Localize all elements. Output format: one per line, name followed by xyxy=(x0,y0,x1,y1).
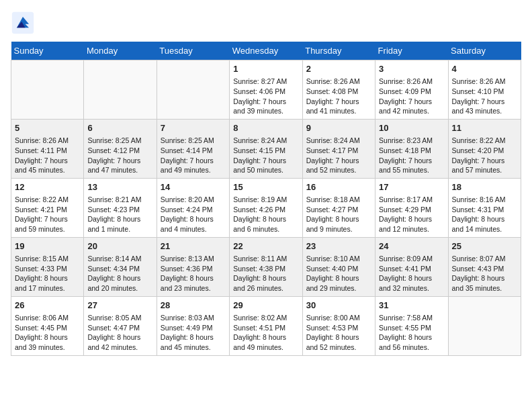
day-number: 15 xyxy=(233,181,298,193)
day-number: 17 xyxy=(379,181,444,193)
calendar-cell: 17Sunrise: 8:17 AM Sunset: 4:29 PM Dayli… xyxy=(375,178,448,237)
calendar-cell: 7Sunrise: 8:25 AM Sunset: 4:14 PM Daylig… xyxy=(157,119,229,178)
calendar-week-row: 26Sunrise: 8:06 AM Sunset: 4:45 PM Dayli… xyxy=(11,296,521,355)
page-header xyxy=(11,11,521,35)
day-info: Sunrise: 8:03 AM Sunset: 4:49 PM Dayligh… xyxy=(161,313,226,353)
day-info: Sunrise: 8:23 AM Sunset: 4:18 PM Dayligh… xyxy=(379,136,444,175)
day-number: 6 xyxy=(87,122,152,134)
day-header-tuesday: Tuesday xyxy=(157,42,229,60)
calendar-cell: 14Sunrise: 8:20 AM Sunset: 4:24 PM Dayli… xyxy=(157,178,229,237)
day-info: Sunrise: 8:26 AM Sunset: 4:08 PM Dayligh… xyxy=(306,77,371,116)
day-info: Sunrise: 8:15 AM Sunset: 4:33 PM Dayligh… xyxy=(15,254,80,293)
calendar-cell: 21Sunrise: 8:13 AM Sunset: 4:36 PM Dayli… xyxy=(157,237,229,296)
day-info: Sunrise: 8:22 AM Sunset: 4:21 PM Dayligh… xyxy=(15,195,80,234)
day-info: Sunrise: 8:05 AM Sunset: 4:47 PM Dayligh… xyxy=(87,313,152,353)
day-number: 18 xyxy=(452,181,517,193)
calendar-cell: 19Sunrise: 8:15 AM Sunset: 4:33 PM Dayli… xyxy=(11,237,84,296)
calendar-cell: 9Sunrise: 8:24 AM Sunset: 4:17 PM Daylig… xyxy=(302,119,375,178)
calendar-cell: 12Sunrise: 8:22 AM Sunset: 4:21 PM Dayli… xyxy=(11,178,84,237)
day-number: 24 xyxy=(379,240,444,253)
day-number: 7 xyxy=(161,122,226,134)
day-number: 10 xyxy=(379,122,444,134)
day-info: Sunrise: 8:00 AM Sunset: 4:53 PM Dayligh… xyxy=(306,313,371,353)
day-info: Sunrise: 8:22 AM Sunset: 4:20 PM Dayligh… xyxy=(452,136,517,175)
day-number: 26 xyxy=(15,300,80,312)
calendar-cell: 3Sunrise: 8:26 AM Sunset: 4:09 PM Daylig… xyxy=(375,60,448,120)
day-info: Sunrise: 8:10 AM Sunset: 4:40 PM Dayligh… xyxy=(306,254,371,293)
day-number: 1 xyxy=(233,63,298,75)
day-header-friday: Friday xyxy=(375,42,448,60)
logo xyxy=(11,11,38,35)
calendar-cell: 30Sunrise: 8:00 AM Sunset: 4:53 PM Dayli… xyxy=(302,296,375,355)
calendar-cell: 27Sunrise: 8:05 AM Sunset: 4:47 PM Dayli… xyxy=(84,296,157,355)
calendar-week-row: 5Sunrise: 8:26 AM Sunset: 4:11 PM Daylig… xyxy=(11,119,521,178)
day-info: Sunrise: 8:06 AM Sunset: 4:45 PM Dayligh… xyxy=(15,313,80,353)
day-number: 3 xyxy=(379,63,444,75)
day-number: 31 xyxy=(379,300,444,312)
calendar-cell: 20Sunrise: 8:14 AM Sunset: 4:34 PM Dayli… xyxy=(84,237,157,296)
day-info: Sunrise: 8:17 AM Sunset: 4:29 PM Dayligh… xyxy=(379,195,444,234)
day-number: 13 xyxy=(87,181,152,193)
day-info: Sunrise: 8:18 AM Sunset: 4:27 PM Dayligh… xyxy=(306,195,371,234)
day-number: 29 xyxy=(233,300,298,312)
calendar-cell: 2Sunrise: 8:26 AM Sunset: 4:08 PM Daylig… xyxy=(302,60,375,120)
day-number: 22 xyxy=(233,240,298,253)
calendar-cell xyxy=(157,60,229,120)
day-number: 21 xyxy=(161,240,226,253)
day-info: Sunrise: 8:16 AM Sunset: 4:31 PM Dayligh… xyxy=(452,195,517,234)
day-info: Sunrise: 8:19 AM Sunset: 4:26 PM Dayligh… xyxy=(233,195,298,234)
day-info: Sunrise: 8:21 AM Sunset: 4:23 PM Dayligh… xyxy=(87,195,152,234)
day-info: Sunrise: 8:26 AM Sunset: 4:10 PM Dayligh… xyxy=(452,77,517,116)
calendar-cell: 15Sunrise: 8:19 AM Sunset: 4:26 PM Dayli… xyxy=(230,178,302,237)
day-number: 28 xyxy=(161,300,226,312)
day-header-thursday: Thursday xyxy=(302,42,375,60)
calendar-cell: 16Sunrise: 8:18 AM Sunset: 4:27 PM Dayli… xyxy=(302,178,375,237)
calendar-cell: 25Sunrise: 8:07 AM Sunset: 4:43 PM Dayli… xyxy=(448,237,521,296)
logo-icon xyxy=(11,11,35,35)
day-number: 27 xyxy=(87,300,152,312)
calendar-cell: 26Sunrise: 8:06 AM Sunset: 4:45 PM Dayli… xyxy=(11,296,84,355)
day-info: Sunrise: 8:20 AM Sunset: 4:24 PM Dayligh… xyxy=(161,195,226,234)
day-number: 14 xyxy=(161,181,226,193)
calendar-header-row: SundayMondayTuesdayWednesdayThursdayFrid… xyxy=(11,42,521,60)
day-number: 19 xyxy=(15,240,80,253)
calendar-cell: 1Sunrise: 8:27 AM Sunset: 4:06 PM Daylig… xyxy=(230,60,302,120)
calendar-cell: 28Sunrise: 8:03 AM Sunset: 4:49 PM Dayli… xyxy=(157,296,229,355)
day-number: 12 xyxy=(15,181,80,193)
day-info: Sunrise: 8:13 AM Sunset: 4:36 PM Dayligh… xyxy=(161,254,226,293)
calendar-cell: 6Sunrise: 8:25 AM Sunset: 4:12 PM Daylig… xyxy=(84,119,157,178)
calendar-cell xyxy=(11,60,84,120)
calendar-cell xyxy=(448,296,521,355)
day-number: 30 xyxy=(306,300,371,312)
day-number: 11 xyxy=(452,122,517,134)
day-number: 4 xyxy=(452,63,517,75)
day-info: Sunrise: 7:58 AM Sunset: 4:55 PM Dayligh… xyxy=(379,313,444,353)
day-info: Sunrise: 8:24 AM Sunset: 4:17 PM Dayligh… xyxy=(306,136,371,175)
calendar-cell: 8Sunrise: 8:24 AM Sunset: 4:15 PM Daylig… xyxy=(230,119,302,178)
day-info: Sunrise: 8:26 AM Sunset: 4:09 PM Dayligh… xyxy=(379,77,444,116)
day-number: 5 xyxy=(15,122,80,134)
day-info: Sunrise: 8:25 AM Sunset: 4:14 PM Dayligh… xyxy=(161,136,226,175)
day-info: Sunrise: 8:09 AM Sunset: 4:41 PM Dayligh… xyxy=(379,254,444,293)
day-info: Sunrise: 8:02 AM Sunset: 4:51 PM Dayligh… xyxy=(233,313,298,353)
calendar-cell: 13Sunrise: 8:21 AM Sunset: 4:23 PM Dayli… xyxy=(84,178,157,237)
day-number: 2 xyxy=(306,63,371,75)
day-info: Sunrise: 8:25 AM Sunset: 4:12 PM Dayligh… xyxy=(87,136,152,175)
calendar-week-row: 12Sunrise: 8:22 AM Sunset: 4:21 PM Dayli… xyxy=(11,178,521,237)
day-header-sunday: Sunday xyxy=(11,42,84,60)
calendar-cell: 18Sunrise: 8:16 AM Sunset: 4:31 PM Dayli… xyxy=(448,178,521,237)
day-header-saturday: Saturday xyxy=(448,42,521,60)
calendar-cell: 31Sunrise: 7:58 AM Sunset: 4:55 PM Dayli… xyxy=(375,296,448,355)
day-number: 16 xyxy=(306,181,371,193)
calendar-cell xyxy=(84,60,157,120)
calendar-cell: 24Sunrise: 8:09 AM Sunset: 4:41 PM Dayli… xyxy=(375,237,448,296)
day-number: 25 xyxy=(452,240,517,253)
day-info: Sunrise: 8:27 AM Sunset: 4:06 PM Dayligh… xyxy=(233,77,298,116)
calendar-week-row: 19Sunrise: 8:15 AM Sunset: 4:33 PM Dayli… xyxy=(11,237,521,296)
calendar-table: SundayMondayTuesdayWednesdayThursdayFrid… xyxy=(11,42,521,356)
calendar-cell: 29Sunrise: 8:02 AM Sunset: 4:51 PM Dayli… xyxy=(230,296,302,355)
day-number: 20 xyxy=(87,240,152,253)
calendar-cell: 10Sunrise: 8:23 AM Sunset: 4:18 PM Dayli… xyxy=(375,119,448,178)
day-number: 23 xyxy=(306,240,371,253)
calendar-cell: 22Sunrise: 8:11 AM Sunset: 4:38 PM Dayli… xyxy=(230,237,302,296)
